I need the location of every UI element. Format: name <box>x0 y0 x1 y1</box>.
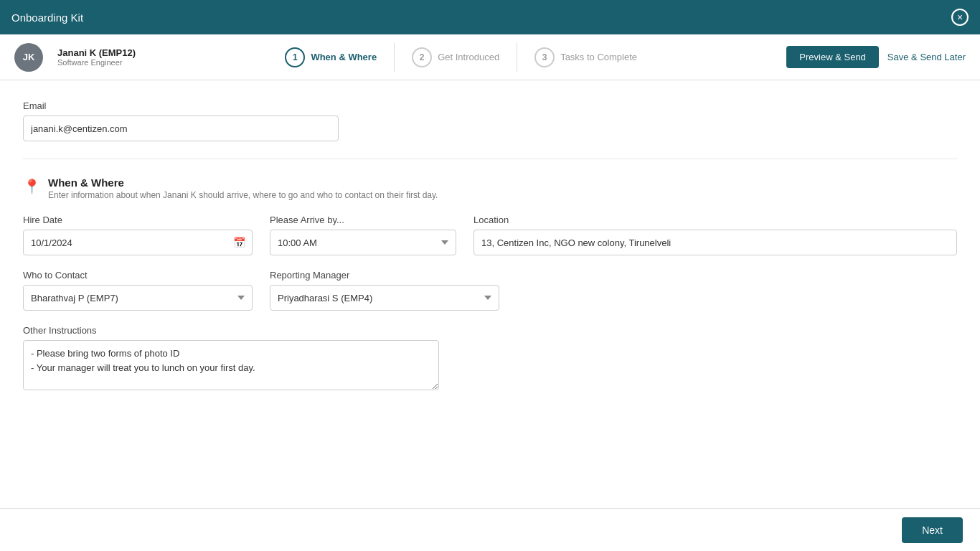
location-pin-icon: 📍 <box>23 178 41 195</box>
arrive-by-group: Please Arrive by... 10:00 AM 9:00 AM 11:… <box>270 215 456 255</box>
step-3-circle: 3 <box>534 47 555 67</box>
email-input[interactable] <box>23 116 339 141</box>
form-row-1: Hire Date 📅 Please Arrive by... 10:00 AM… <box>23 215 957 255</box>
close-button[interactable]: × <box>951 9 969 26</box>
employee-info: Janani K (EMP12) Software Engineer <box>57 47 136 67</box>
avatar: JK <box>14 43 43 72</box>
reporting-manager-select[interactable]: Priyadharasi S (EMP4) <box>270 285 499 311</box>
next-button[interactable]: Next <box>902 517 963 543</box>
reporting-manager-group: Reporting Manager Priyadharasi S (EMP4) <box>270 270 499 311</box>
section-header-text: When & Where Enter information about whe… <box>48 176 438 200</box>
step-1[interactable]: 1 When & Where <box>268 47 394 67</box>
footer: Next <box>0 508 980 551</box>
who-contact-label: Who to Contact <box>23 270 253 281</box>
subheader: JK Janani K (EMP12) Software Engineer 1 … <box>0 34 980 80</box>
employee-name: Janani K (EMP12) <box>57 47 136 58</box>
app-title: Onboarding Kit <box>11 11 83 24</box>
employee-role: Software Engineer <box>57 58 136 67</box>
step-2[interactable]: 2 Get Introduced <box>395 47 517 67</box>
arrive-by-label: Please Arrive by... <box>270 215 456 225</box>
steps-nav: 1 When & Where 2 Get Introduced 3 Tasks … <box>150 43 772 72</box>
app-header: Onboarding Kit × <box>0 0 980 34</box>
who-contact-group: Who to Contact Bharathvaj P (EMP7) <box>23 270 253 311</box>
form-row-2: Who to Contact Bharathvaj P (EMP7) Repor… <box>23 270 957 311</box>
step-1-label: When & Where <box>311 52 377 62</box>
step-2-circle: 2 <box>412 47 432 67</box>
save-send-later-button[interactable]: Save & Send Later <box>887 52 966 62</box>
location-input[interactable] <box>473 230 957 255</box>
reporting-manager-label: Reporting Manager <box>270 270 499 281</box>
arrive-by-select[interactable]: 10:00 AM 9:00 AM 11:00 AM <box>270 230 456 255</box>
step-3[interactable]: 3 Tasks to Complete <box>517 47 654 67</box>
step-2-label: Get Introduced <box>438 52 499 62</box>
preview-send-button[interactable]: Preview & Send <box>786 46 879 68</box>
step-1-circle: 1 <box>285 47 305 67</box>
email-group: Email <box>23 100 957 141</box>
step-3-label: Tasks to Complete <box>560 52 637 62</box>
email-label: Email <box>23 100 957 111</box>
hire-date-group: Hire Date 📅 <box>23 215 253 255</box>
hire-date-input-wrapper: 📅 <box>23 230 253 255</box>
other-instructions-textarea[interactable]: - Please bring two forms of photo ID - Y… <box>23 340 439 390</box>
other-instructions-label: Other Instructions <box>23 325 957 336</box>
location-group: Location <box>473 215 957 255</box>
section-title: When & Where <box>48 176 438 189</box>
section-divider <box>23 159 957 159</box>
when-where-header: 📍 When & Where Enter information about w… <box>23 176 957 200</box>
location-label: Location <box>473 215 957 225</box>
who-contact-select[interactable]: Bharathvaj P (EMP7) <box>23 285 253 311</box>
section-subtitle: Enter information about when Janani K sh… <box>48 190 438 200</box>
calendar-icon[interactable]: 📅 <box>233 237 245 248</box>
hire-date-input[interactable] <box>23 230 253 255</box>
hire-date-label: Hire Date <box>23 215 253 225</box>
header-actions: Preview & Send Save & Send Later <box>786 46 966 68</box>
main-content: Email 📍 When & Where Enter information a… <box>0 80 980 508</box>
other-instructions-group: Other Instructions - Please bring two fo… <box>23 325 957 390</box>
